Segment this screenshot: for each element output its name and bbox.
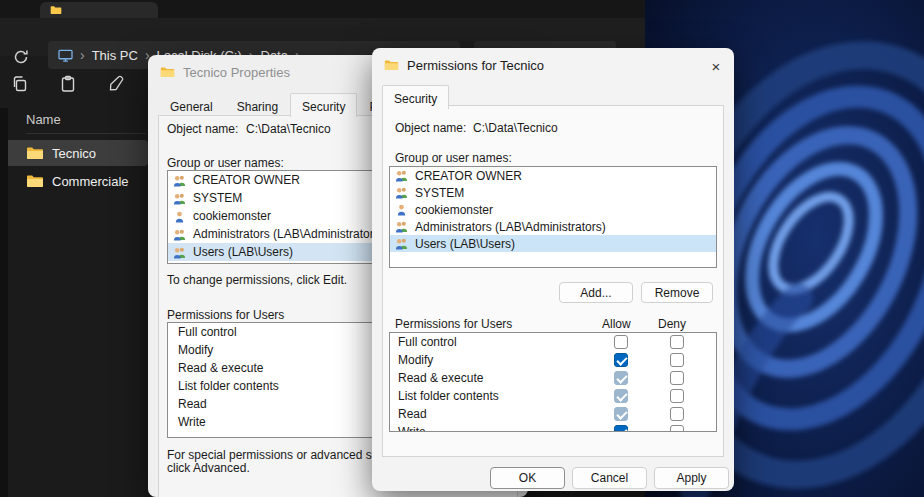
copy-button[interactable] [8, 72, 32, 96]
permissions-tabs: Security [382, 85, 449, 109]
permission-row-modify: Modify [390, 351, 716, 369]
list-item-users[interactable]: Users (LAB\Users) [390, 235, 716, 252]
refresh-button[interactable] [10, 46, 32, 68]
group-icon [172, 174, 187, 187]
group-name: Administrators (LAB\Administrators) [193, 227, 384, 241]
group-icon [172, 246, 187, 259]
cancel-button[interactable]: Cancel [572, 467, 647, 489]
group-name: cookiemonster [193, 209, 271, 223]
ok-button-label: OK [519, 471, 536, 485]
permission-name: Full control [178, 325, 237, 339]
permissions-for-users-label: Permissions for Users [395, 317, 512, 331]
advanced-hint-line2: click Advanced. [167, 462, 401, 475]
list-item-administrators[interactable]: Administrators (LAB\Administrators) [390, 218, 716, 235]
command-bar [0, 70, 148, 102]
list-item-cookiemonster[interactable]: cookiemonster [390, 201, 716, 218]
deny-checkbox-5[interactable] [670, 425, 684, 432]
deny-checkbox-1[interactable] [670, 353, 684, 367]
group-name: Users (LAB\Users) [193, 245, 293, 259]
group-name: Administrators (LAB\Administrators) [415, 220, 606, 234]
permission-name: Read [178, 397, 207, 411]
permission-name: Modify [178, 343, 213, 357]
group-name: cookiemonster [415, 203, 493, 217]
folder-icon [26, 174, 44, 188]
permission-row-read: Read [390, 405, 716, 423]
deny-checkbox-0[interactable] [670, 335, 684, 349]
folder-icon [160, 66, 175, 78]
file-name: Tecnico [52, 146, 96, 161]
permission-row-write: Write [390, 423, 716, 432]
allow-checkbox-0[interactable] [614, 335, 628, 349]
object-name-value: C:\Data\Tecnico [246, 122, 331, 136]
permission-name: Write [178, 415, 206, 429]
permission-label: List folder contents [398, 389, 499, 403]
close-icon: × [712, 58, 721, 75]
folder-icon [26, 146, 44, 160]
permission-label: Read & execute [398, 371, 483, 385]
permission-name: Read & execute [178, 361, 263, 375]
column-header-name[interactable]: Name [26, 112, 146, 134]
desktop: › This PC › Local Disk (C:) › Data › Sea… [0, 0, 924, 497]
chevron-right-icon: › [80, 47, 85, 63]
folder-icon [50, 5, 62, 15]
object-name-value: C:\Data\Tecnico [473, 121, 558, 135]
permission-name: List folder contents [178, 379, 279, 393]
user-icon [172, 210, 187, 223]
ok-button[interactable]: OK [490, 467, 565, 489]
advanced-hint: For special permissions or advanced sett… [167, 449, 401, 475]
group-or-user-names-label: Group or user names: [167, 156, 284, 170]
rename-button[interactable] [104, 72, 128, 96]
add-button-label: Add... [580, 286, 611, 300]
deny-checkbox-4[interactable] [670, 407, 684, 421]
list-item-creator-owner[interactable]: CREATOR OWNER [390, 167, 716, 184]
group-or-user-names-label: Group or user names: [395, 151, 512, 165]
allow-checkbox-1[interactable] [614, 353, 628, 367]
group-icon [394, 237, 409, 250]
group-name: Users (LAB\Users) [415, 237, 515, 251]
apply-button-label: Apply [676, 471, 706, 485]
list-item-system[interactable]: SYSTEM [390, 184, 716, 201]
group-icon [394, 220, 409, 233]
allow-checkbox-4[interactable] [614, 407, 628, 421]
permission-row-full-control: Full control [390, 333, 716, 351]
permission-label: Modify [398, 353, 433, 367]
file-row-commerciale[interactable]: Commerciale [2, 168, 148, 194]
permission-row-read-execute: Read & execute [390, 369, 716, 387]
allow-checkbox-3[interactable] [614, 389, 628, 403]
security-tab-page: Object name: C:\Data\Tecnico Group or us… [382, 105, 724, 457]
left-edge-strip [0, 108, 8, 497]
group-name: CREATOR OWNER [193, 173, 300, 187]
apply-button[interactable]: Apply [654, 467, 729, 489]
remove-button[interactable]: Remove [641, 282, 713, 303]
dialog-title: Tecnico Properties [183, 65, 290, 80]
group-name: SYSTEM [193, 191, 242, 205]
permission-row-list-folder-contents: List folder contents [390, 387, 716, 405]
group-list: CREATOR OWNER SYSTEM cookiemonster Admin… [389, 166, 717, 268]
group-name: SYSTEM [415, 186, 464, 200]
permission-label: Write [398, 425, 426, 432]
user-icon [394, 203, 409, 216]
group-icon [172, 228, 187, 241]
file-row-tecnico[interactable]: Tecnico [2, 140, 148, 166]
breadcrumb-this-pc[interactable]: This PC [92, 48, 138, 63]
file-name: Commerciale [52, 174, 129, 189]
folder-icon [384, 59, 399, 71]
allow-checkbox-5[interactable] [614, 425, 628, 432]
cancel-button-label: Cancel [591, 471, 628, 485]
object-name-label: Object name: [167, 122, 238, 136]
close-button[interactable]: × [706, 56, 726, 76]
permissions-dialog: Permissions for Tecnico × Security Objec… [372, 48, 734, 491]
group-icon [172, 192, 187, 205]
object-name-label: Object name: [395, 121, 466, 135]
permissions-checkbox-list: Full control Modify Read & execute List … [389, 332, 717, 432]
paste-button[interactable] [56, 72, 80, 96]
add-button[interactable]: Add... [559, 282, 633, 303]
edit-hint: To change permissions, click Edit. [167, 273, 347, 287]
deny-checkbox-2[interactable] [670, 371, 684, 385]
group-name: CREATOR OWNER [415, 169, 522, 183]
explorer-tab[interactable] [40, 2, 158, 18]
deny-checkbox-3[interactable] [670, 389, 684, 403]
tab-security[interactable]: Security [382, 85, 449, 109]
tab-security[interactable]: Security [290, 93, 357, 117]
allow-checkbox-2[interactable] [614, 371, 628, 385]
